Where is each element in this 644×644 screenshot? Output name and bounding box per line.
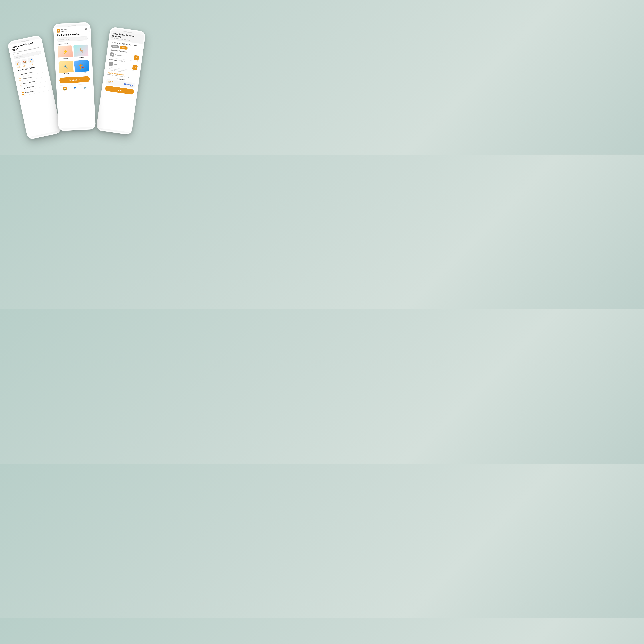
service-name: Bathroom Remodeling bbox=[21, 71, 34, 75]
phone-left: How Can We Help You? Service Providers H… bbox=[7, 35, 62, 140]
logo-icon: 🏠 bbox=[57, 29, 60, 33]
cleaning-icon: 🧹 bbox=[15, 60, 21, 66]
hamburger-line bbox=[85, 29, 87, 30]
middle-search-bar[interactable]: Search for a Service bbox=[57, 36, 88, 42]
find-title: Find a Home Service: bbox=[57, 32, 87, 37]
nav-profile[interactable]: 👤 bbox=[73, 86, 77, 90]
service-card-electrician[interactable]: ⚡ Electrcian bbox=[58, 45, 73, 60]
arrow-icon bbox=[20, 87, 23, 90]
phone-middle: 🏠 BUILDING SOLUTION Find a Home Service:… bbox=[53, 22, 96, 131]
arrow-icon bbox=[18, 78, 21, 81]
desktables-label: Desk&Tables bbox=[115, 54, 122, 56]
screen-left: How Can We Help You? Service Providers H… bbox=[9, 38, 60, 137]
hamburger-line bbox=[85, 28, 87, 29]
option-office[interactable]: Office bbox=[111, 44, 119, 49]
counter-minus-chairs[interactable]: − bbox=[108, 62, 113, 66]
hamburger-menu[interactable] bbox=[85, 28, 87, 30]
construction-bg: 🏗️ bbox=[74, 60, 89, 72]
service-card-furniture[interactable]: 🪑 Furniture bbox=[73, 45, 89, 60]
continue-button[interactable]: Continue bbox=[59, 76, 90, 83]
nav-settings[interactable]: ⚙️ bbox=[83, 85, 87, 89]
remodeling-icon: 🏠 bbox=[21, 59, 28, 65]
service-name: Furniture Remodeling bbox=[23, 81, 35, 84]
popular-services-label: Popular Services: bbox=[58, 42, 88, 45]
phones-container: How Can We Help You? Service Providers H… bbox=[13, 14, 142, 140]
plumber-bg: 🔧 bbox=[58, 61, 74, 73]
arrow-icon bbox=[17, 74, 20, 77]
service-card-construction[interactable]: 🏗️ Construction bbox=[74, 60, 89, 75]
phone-right: Select the details for our services ! We… bbox=[96, 27, 146, 135]
screen-right: Select the details for our services ! We… bbox=[97, 30, 144, 132]
arrow-icon bbox=[21, 92, 24, 95]
counter-plus-chairs[interactable]: + bbox=[132, 65, 138, 70]
service-name: Kitchen Remodeling bbox=[22, 76, 33, 80]
painting-icon: 🖌️ bbox=[28, 57, 34, 64]
logo-line2: SOLUTION bbox=[61, 30, 67, 32]
nav-home[interactable]: 🏠 bbox=[63, 86, 67, 91]
service-card-plumber[interactable]: 🔧 Plumber bbox=[58, 61, 74, 76]
bottom-nav: 🏠 👤 ⚙️ bbox=[60, 84, 90, 91]
screen-middle: 🏠 BUILDING SOLUTION Find a Home Service:… bbox=[54, 25, 95, 129]
service-cleaning[interactable]: 🧹 HomeCleaning bbox=[15, 60, 22, 68]
svg-point-0 bbox=[38, 52, 39, 53]
cleaning-label: HomeCleaning bbox=[17, 66, 20, 68]
electrician-bg: ⚡ bbox=[58, 45, 73, 58]
services-grid: ⚡ Electrcian 🪑 Furniture 🔧 Plumber 🏗️ Co… bbox=[58, 45, 90, 76]
option-house[interactable]: House bbox=[119, 46, 128, 50]
search-icon bbox=[84, 37, 86, 39]
service-name: Fence Installation bbox=[25, 90, 35, 94]
remodeling-label: HomeRemodeling bbox=[23, 64, 27, 67]
middle-header: 🏠 BUILDING SOLUTION bbox=[57, 27, 87, 33]
service-painting[interactable]: 🖌️ InteriorPainting bbox=[28, 57, 34, 66]
logo-area: 🏠 BUILDING SOLUTION bbox=[57, 29, 67, 33]
hamburger-line bbox=[85, 30, 87, 30]
arrow-icon bbox=[19, 83, 22, 86]
middle-search-placeholder: Search for a Service bbox=[59, 38, 84, 40]
furniture-bg: 🪑 bbox=[73, 45, 89, 57]
logo-text: BUILDING SOLUTION bbox=[61, 29, 67, 32]
counter-minus-desktables[interactable]: − bbox=[110, 52, 114, 57]
counter-plus-desktables[interactable]: + bbox=[134, 55, 139, 61]
painting-label: InteriorPainting bbox=[30, 63, 33, 65]
service-remodeling[interactable]: 🏠 HomeRemodeling bbox=[21, 59, 28, 67]
chairs-label: Chairs bbox=[113, 64, 117, 65]
service-name: Interior Re-Design bbox=[24, 86, 34, 89]
search-icon bbox=[38, 52, 39, 54]
